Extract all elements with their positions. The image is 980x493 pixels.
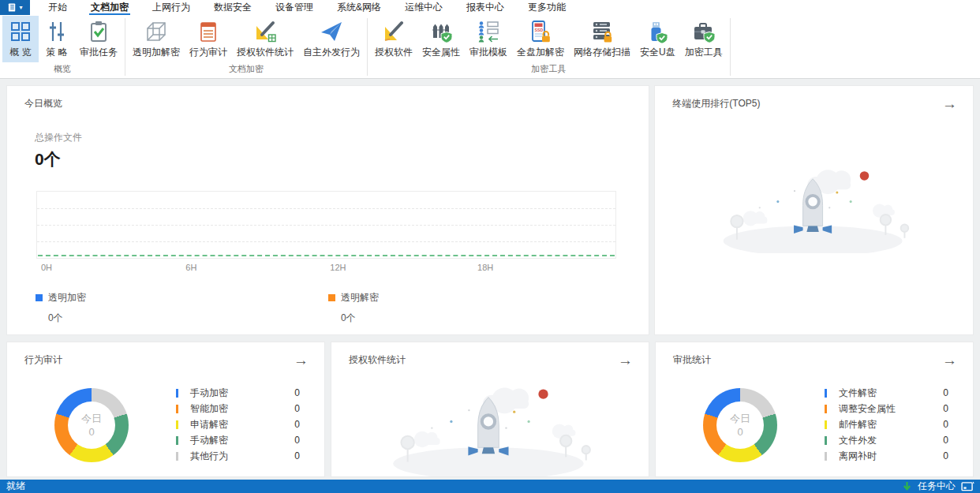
donut-center-value: 0 xyxy=(737,425,742,439)
ribbon-group-crypto-tools: 授权软件 安全属性 xyxy=(368,15,730,78)
tab-report-center[interactable]: 报表中心 xyxy=(454,0,516,15)
tab-more-features[interactable]: 更多功能 xyxy=(516,0,578,15)
server-lock-icon xyxy=(590,20,614,43)
approval-tasks-icon xyxy=(87,20,110,43)
card-terminal-ranking: 终端使用排行(TOP5) → xyxy=(654,85,974,335)
x-tick: 0H xyxy=(41,263,52,272)
paper-plane-icon xyxy=(320,20,343,43)
ribbon-btn-behavior-audit[interactable]: 行为审计 xyxy=(185,16,232,62)
ribbon-btn-policy[interactable]: 策 略 xyxy=(39,16,75,62)
hourly-line-chart xyxy=(36,191,616,259)
ribbon-btn-transparent-crypto[interactable]: 透明加解密 xyxy=(128,16,185,62)
svg-text:SSD: SSD xyxy=(535,28,544,32)
donut-center-label: 今日 xyxy=(81,412,102,425)
gridline xyxy=(37,241,615,242)
card-today-overview: 今日概览 总操作文件 0个 0H 6H 12H 18H xyxy=(6,85,649,335)
ribbon-group-doc-encryption: 透明加解密 行为审计 授权软件统计 xyxy=(125,15,367,78)
legend-item: 申请解密 0 xyxy=(176,416,300,432)
donut-center: 今日 0 xyxy=(68,401,115,449)
arrow-right-icon[interactable]: → xyxy=(942,355,957,366)
tab-data-security[interactable]: 数据安全 xyxy=(202,0,264,15)
ribbon-group-label: 概览 xyxy=(0,62,125,78)
legend-marker xyxy=(176,405,178,413)
arrow-right-icon[interactable]: → xyxy=(942,99,957,110)
card-approval-stats: 审批统计 → 今日 0 文件解密 0 xyxy=(655,342,974,477)
ribbon-btn-overview[interactable]: 概 览 xyxy=(2,16,39,62)
licensed-software-icon xyxy=(382,20,406,43)
ribbon-btn-security-attribute[interactable]: 安全属性 xyxy=(417,16,465,62)
legend-item: 智能加密 0 xyxy=(176,401,300,416)
ribbon-btn-approval-template[interactable]: 审批模板 xyxy=(465,16,512,62)
ribbon-btn-network-storage-scan[interactable]: 网络存储扫描 xyxy=(569,16,635,62)
arrow-right-icon[interactable]: → xyxy=(294,355,309,366)
monitor-icon[interactable] xyxy=(961,481,974,491)
card-behavior-audit: 行为审计 → 今日 0 手动加密 0 xyxy=(6,342,325,477)
app-logo-icon xyxy=(7,2,17,13)
x-tick: 12H xyxy=(330,263,346,272)
gridline xyxy=(37,208,615,209)
tab-device-management[interactable]: 设备管理 xyxy=(264,0,325,15)
ribbon-btn-licensed-software-stats[interactable]: 授权软件统计 xyxy=(232,16,298,62)
licensed-software-stats-icon xyxy=(253,20,277,43)
dashboard-main: 今日概览 总操作文件 0个 0H 6H 12H 18H xyxy=(0,79,980,480)
approval-template-flow-icon xyxy=(477,20,500,43)
task-center-button[interactable]: 任务中心 xyxy=(902,480,974,493)
transparent-crypto-cube-icon xyxy=(144,20,168,43)
donut-center-value: 0 xyxy=(88,425,94,439)
status-text: 就绪 xyxy=(6,480,25,493)
ribbon-group-overview: 概 览 策 略 审批任务 概览 xyxy=(0,15,125,78)
caret-down-icon: ▾ xyxy=(19,5,22,11)
approval-donut-chart: 今日 0 xyxy=(703,388,777,462)
tab-home[interactable]: 开始 xyxy=(36,0,79,15)
tab-web-behavior[interactable]: 上网行为 xyxy=(140,0,202,15)
legend-marker xyxy=(176,389,178,398)
legend-item: 调整安全属性 0 xyxy=(825,401,948,416)
ribbon-btn-secure-usb[interactable]: 安全U盘 xyxy=(635,16,680,62)
zero-value-series-line xyxy=(38,255,615,256)
legend-item: 邮件解密 0 xyxy=(825,416,948,432)
ribbon-btn-self-outgoing[interactable]: 自主外发行为 xyxy=(298,16,365,62)
stat-value: 0个 xyxy=(35,148,649,170)
arrow-right-icon[interactable]: → xyxy=(618,355,633,366)
card-title: 审批统计 xyxy=(673,353,711,367)
empty-state-rocket-illustration xyxy=(716,155,913,253)
donut-center-label: 今日 xyxy=(730,412,750,425)
ribbon-btn-licensed-software[interactable]: 授权软件 xyxy=(370,16,417,62)
ssd-lock-icon: SSD xyxy=(529,20,552,43)
tab-doc-encryption[interactable]: 文档加密 xyxy=(79,0,140,15)
stat-label: 总操作文件 xyxy=(35,131,649,144)
legend-value: 0个 xyxy=(48,312,328,325)
download-arrow-icon xyxy=(902,481,912,491)
briefcase-shield-icon xyxy=(692,20,716,43)
tab-system-network[interactable]: 系统&网络 xyxy=(325,0,393,15)
task-center-label: 任务中心 xyxy=(918,480,956,493)
pie-legend: 手动加密 0 智能加密 0 申请解密 0 手动 xyxy=(176,385,300,464)
policy-sliders-icon xyxy=(45,20,69,43)
ribbon-toolbar: 概 览 策 略 审批任务 概览 xyxy=(0,15,980,79)
menu-tabs: 开始 文档加密 上网行为 数据安全 设备管理 系统&网络 运维中心 报表中心 更… xyxy=(36,0,578,15)
legend-swatch xyxy=(36,294,43,301)
card-software-stats: 授权软件统计 → xyxy=(331,342,649,477)
ribbon-btn-approval-tasks[interactable]: 审批任务 xyxy=(75,16,122,62)
legend-marker xyxy=(176,420,178,429)
legend-item: 文件解密 0 xyxy=(825,385,948,401)
behavior-audit-doc-icon xyxy=(196,20,220,43)
menu-bar: ▾ 开始 文档加密 上网行为 数据安全 设备管理 系统&网络 运维中心 报表中心… xyxy=(0,0,980,15)
card-title: 授权软件统计 xyxy=(349,353,406,367)
legend-marker xyxy=(825,405,827,413)
legend-item: 透明加密 0个 xyxy=(36,291,328,325)
legend-item: 文件外发 0 xyxy=(825,432,948,448)
ribbon-btn-crypto-tools[interactable]: 加密工具 xyxy=(680,16,728,62)
security-fence-shield-icon xyxy=(429,20,453,43)
legend-item: 手动解密 0 xyxy=(176,432,300,448)
x-tick: 18H xyxy=(477,263,493,272)
tab-ops-center[interactable]: 运维中心 xyxy=(393,0,454,15)
behavior-donut-chart: 今日 0 xyxy=(54,388,129,462)
app-menu-button[interactable]: ▾ xyxy=(0,0,30,15)
x-tick: 6H xyxy=(185,263,196,272)
legend-marker xyxy=(176,452,178,461)
legend-item: 透明解密 0个 xyxy=(328,291,379,325)
pie-legend: 文件解密 0 调整安全属性 0 邮件解密 0 xyxy=(825,385,948,464)
overview-grid-icon xyxy=(9,20,32,43)
ribbon-btn-full-disk-crypto[interactable]: SSD 全盘加解密 xyxy=(512,16,569,62)
